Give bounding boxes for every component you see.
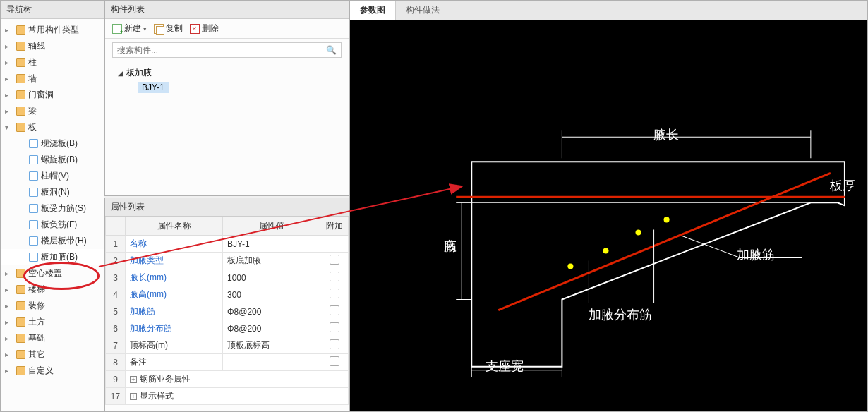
folder-icon	[16, 285, 25, 294]
tab-component-approach[interactable]: 构件做法	[396, 1, 450, 20]
tree-item-foundation[interactable]: ▸基础	[1, 330, 104, 346]
nav-tree-title: 导航树	[1, 1, 104, 19]
prop-value[interactable]: 300	[223, 286, 320, 303]
property-row[interactable]: 1 名称 BJY-1	[106, 236, 349, 253]
tree-item-slab[interactable]: ▾板	[1, 119, 104, 135]
chevron-right-icon: ▸	[5, 318, 13, 326]
folder-icon	[16, 350, 25, 359]
tree-label: 轴线	[28, 40, 45, 52]
tree-item-wall[interactable]: ▸墙	[1, 71, 104, 87]
tree-child-jiaye[interactable]: 板加腋(B)	[1, 249, 104, 265]
prop-value[interactable]: 1000	[223, 269, 320, 286]
checkbox[interactable]	[330, 305, 339, 315]
property-panel: 属性列表 属性名称 属性值 附加 1 名称 BJY-1 2 加腋类型 板底加腋 …	[104, 198, 349, 412]
folder-icon	[16, 123, 25, 132]
property-row[interactable]: 8 备注	[106, 354, 349, 371]
property-row[interactable]: 2 加腋类型 板底加腋	[106, 253, 349, 269]
prop-extra[interactable]	[320, 320, 349, 337]
rownum: 8	[106, 354, 126, 371]
list-root[interactable]: ◢板加腋	[118, 66, 336, 80]
expand-icon[interactable]: +	[130, 393, 137, 400]
prop-extra[interactable]	[320, 236, 349, 253]
delete-button[interactable]: 删除	[190, 23, 219, 35]
tree-item-beam[interactable]: ▸梁	[1, 103, 104, 119]
property-table: 属性名称 属性值 附加 1 名称 BJY-1 2 加腋类型 板底加腋 3 腋长(…	[105, 217, 349, 405]
prop-extra[interactable]	[320, 354, 349, 371]
prop-extra[interactable]	[320, 303, 349, 320]
prop-value[interactable]: 顶板底标高	[223, 337, 320, 354]
search-input[interactable]	[117, 45, 326, 55]
triangle-down-icon: ◢	[118, 69, 123, 77]
cap-icon	[29, 171, 38, 181]
chevron-right-icon: ▸	[5, 286, 13, 293]
tree-child-bandong[interactable]: 板洞(N)	[1, 184, 104, 200]
tree-label: 常用构件类型	[28, 24, 79, 36]
group-cell[interactable]: +钢筋业务属性	[126, 371, 349, 388]
list-item-selected[interactable]: BJY-1	[118, 80, 336, 95]
search-box[interactable]: 🔍	[112, 42, 342, 58]
expand-icon[interactable]: +	[130, 376, 137, 383]
tree-child-bandai[interactable]: 楼层板带(H)	[1, 233, 104, 249]
copy-button[interactable]: 复制	[154, 23, 183, 35]
prop-name: 腋长(mm)	[126, 269, 223, 286]
tree-child-zhumao[interactable]: 柱帽(V)	[1, 168, 104, 184]
folder-icon	[16, 25, 25, 35]
property-row[interactable]: 5 加腋筋 Φ8@200	[106, 303, 349, 320]
prop-value[interactable]: BJY-1	[223, 236, 320, 253]
property-row[interactable]: 3 腋长(mm) 1000	[106, 269, 349, 286]
property-row[interactable]: 6 加腋分布筋 Φ8@200	[106, 320, 349, 337]
rownum: 17	[106, 388, 126, 405]
property-row[interactable]: 7 顶标高(m) 顶板底标高	[106, 337, 349, 354]
chevron-right-icon: ▸	[5, 75, 13, 83]
tree-label: 柱帽(V)	[41, 170, 69, 182]
prop-extra[interactable]	[320, 269, 349, 286]
prop-extra[interactable]	[320, 253, 349, 269]
tree-item-earth[interactable]: ▸土方	[1, 314, 104, 330]
tree-child-luoxuan[interactable]: 螺旋板(B)	[1, 152, 104, 168]
strip-icon	[29, 236, 38, 246]
rownum: 6	[106, 320, 126, 337]
tree-item-custom[interactable]: ▸自定义	[1, 363, 104, 379]
tree-item-other[interactable]: ▸其它	[1, 346, 104, 363]
checkbox[interactable]	[330, 356, 339, 366]
tree-label: 螺旋板(B)	[41, 154, 78, 166]
prop-extra[interactable]	[320, 337, 349, 354]
tree-label: 楼层板带(H)	[41, 235, 87, 247]
tab-param-diagram[interactable]: 参数图	[350, 1, 396, 20]
chevron-right-icon: ▸	[5, 367, 13, 375]
property-row[interactable]: 9 +钢筋业务属性	[106, 371, 349, 388]
rownum: 7	[106, 337, 126, 354]
checkbox[interactable]	[330, 289, 339, 298]
tree-item-axis[interactable]: ▸轴线	[1, 38, 104, 54]
tree-label: 门窗洞	[28, 89, 54, 101]
svg-point-8	[664, 217, 670, 222]
checkbox[interactable]	[330, 255, 339, 265]
folder-icon	[16, 317, 25, 327]
tree-item-hollow[interactable]: ▸空心楼盖	[1, 265, 104, 281]
tree-label: 装修	[28, 300, 45, 312]
group-cell[interactable]: +显示样式	[126, 388, 349, 405]
tree-item-door[interactable]: ▸门窗洞	[1, 87, 104, 103]
tree-item-column[interactable]: ▸柱	[1, 54, 104, 71]
new-icon	[112, 24, 122, 34]
tree-item-common[interactable]: ▸常用构件类型	[1, 22, 104, 38]
property-row[interactable]: 17 +显示样式	[106, 388, 349, 405]
prop-value[interactable]	[223, 354, 320, 371]
prop-value[interactable]: 板底加腋	[223, 253, 320, 269]
spiral-icon	[29, 155, 38, 164]
tree-item-decor[interactable]: ▸装修	[1, 298, 104, 314]
tree-child-xianjiao[interactable]: 现浇板(B)	[1, 135, 104, 152]
checkbox[interactable]	[330, 339, 339, 349]
tree-child-fujin[interactable]: 板负筋(F)	[1, 217, 104, 233]
prop-value[interactable]: Φ8@200	[223, 303, 320, 320]
nav-tree-panel: 导航树 ▸常用构件类型 ▸轴线 ▸柱 ▸墙 ▸门窗洞 ▸梁 ▾板 现浇板(B) …	[0, 0, 104, 412]
new-button[interactable]: 新建▾	[112, 23, 147, 35]
prop-name: 腋高(mm)	[126, 286, 223, 303]
tree-item-stair[interactable]: ▸楼梯	[1, 281, 104, 298]
prop-value[interactable]: Φ8@200	[223, 320, 320, 337]
prop-extra[interactable]	[320, 286, 349, 303]
property-row[interactable]: 4 腋高(mm) 300	[106, 286, 349, 303]
checkbox[interactable]	[330, 322, 339, 332]
checkbox[interactable]	[330, 272, 339, 281]
tree-child-shouli[interactable]: 板受力筋(S)	[1, 200, 104, 217]
